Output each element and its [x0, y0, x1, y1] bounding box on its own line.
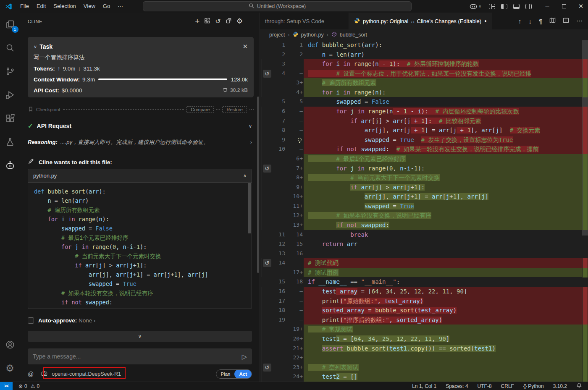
diff-row: 4+ for i in range(n): [260, 88, 588, 97]
warning-count: 0 [37, 383, 40, 389]
menu-go[interactable]: Go [99, 0, 114, 13]
language-mode[interactable]: {} Python [523, 383, 544, 389]
tab-walkthrough[interactable]: through: Setup VS Code [260, 13, 349, 29]
act-button[interactable]: Act [234, 369, 252, 379]
context-mention-icon[interactable]: @ [28, 371, 34, 377]
api-request-row[interactable]: ✓ API Request ∨ [28, 121, 252, 131]
map-icon[interactable] [549, 17, 556, 25]
explorer-icon[interactable]: 1 [0, 14, 20, 34]
toggle-panel-icon[interactable] [513, 4, 520, 9]
dirty-indicator-icon[interactable]: ● [484, 19, 486, 23]
plan-button[interactable]: Plan [216, 370, 234, 378]
titlebar: File Edit Selection View Go ··· ← → Unti… [0, 0, 588, 13]
breadcrumb[interactable]: project › python.py › bubble_sort [260, 29, 588, 40]
previous-change-icon[interactable]: ↑ [518, 18, 522, 25]
customize-layout-icon[interactable] [489, 4, 495, 9]
auto-approve-row[interactable]: Auto-approve: None › [28, 316, 252, 325]
revert-block-icon[interactable]: ↺ [263, 165, 271, 173]
python-version[interactable]: 3.10.2 [553, 383, 567, 389]
menu-edit[interactable]: Edit [33, 0, 50, 13]
next-change-icon[interactable]: ↓ [528, 18, 532, 25]
restore-button[interactable]: Restore [222, 106, 247, 113]
lightbulb-icon[interactable] [298, 138, 302, 141]
source-control-icon[interactable] [0, 61, 20, 81]
testing-icon[interactable] [0, 132, 20, 152]
tab-python-diff[interactable]: python.py: Original ↔ Cline's Changes (E… [349, 13, 492, 29]
code-card-header[interactable]: python.py ∧ [28, 169, 252, 183]
split-editor-icon[interactable] [563, 17, 569, 25]
copilot-icon[interactable]: ∨ [469, 2, 481, 10]
whitespace-icon[interactable]: ¶ [539, 18, 542, 25]
indentation[interactable]: Spaces: 4 [446, 383, 468, 389]
reasoning-expand-icon[interactable]: › [250, 139, 252, 145]
encoding[interactable]: UTF-8 [478, 383, 492, 389]
sidebar-scrollbar[interactable] [257, 97, 259, 273]
mcp-servers-icon[interactable] [204, 18, 210, 26]
toggle-primary-sidebar-icon[interactable] [501, 4, 507, 9]
more-actions-icon[interactable]: ⋯ [576, 17, 583, 25]
auto-approve-expand-icon[interactable]: › [94, 317, 96, 324]
minimize-button[interactable]: ─ [540, 3, 554, 10]
breadcrumb-folder[interactable]: project [269, 32, 285, 38]
reasoning-row[interactable]: Reasoning: ....py，直接写入即可。完成后，建议用户运行测试命令验… [28, 139, 252, 149]
toggle-secondary-sidebar-icon[interactable] [525, 4, 532, 9]
send-icon[interactable]: ▷ [242, 353, 247, 361]
maximize-button[interactable] [557, 3, 571, 10]
command-center-search[interactable]: Untitled (Workspace) [143, 1, 412, 11]
code-card-scrollbar[interactable] [248, 183, 251, 233]
overview-diff-mark [583, 344, 588, 353]
overview-ruler[interactable] [582, 40, 588, 382]
code-preview-line: arr[j], arr[j+1] = arr[j+1], arr[j] [34, 270, 252, 279]
settings-gear-icon[interactable]: ⚙ [0, 358, 20, 378]
expand-collapse-bar[interactable]: ∨ [28, 331, 252, 342]
task-collapse-icon[interactable]: ∨ [34, 44, 39, 50]
notifications-bell-icon[interactable] [576, 382, 582, 390]
breadcrumb-file[interactable]: python.py [301, 32, 324, 38]
cline-icon[interactable] [0, 155, 20, 175]
problems-indicator[interactable]: ⊗ 0 ⚠ 0 [18, 383, 39, 389]
context-window-label: Context Window: [34, 76, 80, 83]
overview-diff-mark [583, 268, 588, 277]
menu-view[interactable]: View [80, 0, 99, 13]
search-view-icon[interactable] [0, 38, 20, 58]
cursor-position[interactable]: Ln 1, Col 1 [412, 383, 436, 389]
overview-diff-mark [583, 144, 588, 154]
diff-row: 9 swapped = True # 发生了交换，设置标志位为True [260, 135, 588, 145]
revert-block-icon[interactable]: ↺ [263, 364, 271, 372]
breadcrumb-symbol[interactable]: bubble_sort [340, 32, 367, 38]
context-max: 128.0k [231, 76, 248, 83]
menu-selection[interactable]: Selection [50, 0, 79, 13]
diff-row: 10– if not swapped: # 如果某一轮没有发生交换，说明已经排序… [260, 144, 588, 154]
menu-overflow[interactable]: ··· [114, 0, 127, 13]
remote-indicator[interactable]: >< [0, 382, 13, 390]
diff-row: 3+ # 遍历所有数组元素 [260, 78, 588, 88]
extensions-icon[interactable] [0, 108, 20, 128]
diff-row: 8+ # 当前元素大于下一个元素时交换 [260, 173, 588, 183]
eol-sequence[interactable]: CRLF [501, 383, 514, 389]
new-task-icon[interactable]: + [195, 18, 200, 25]
tokens-down-value: 311.3k [83, 65, 100, 72]
close-button[interactable]: ✕ [574, 3, 588, 10]
auto-approve-checkbox[interactable] [28, 317, 34, 324]
task-close-icon[interactable]: ✕ [242, 43, 248, 50]
panel-title: CLINE [28, 19, 42, 24]
open-in-editor-icon[interactable] [226, 18, 232, 26]
history-icon[interactable]: ↺ [215, 18, 220, 25]
diff-editor[interactable]: 11def bubble_sort(arr):22 n = len(arr)3–… [260, 40, 588, 382]
diff-row: ↺7+ for j in range(0, n-i-1): [260, 164, 588, 173]
diff-row: 18– sorted_array = bubble_sort(test_arra… [260, 306, 588, 315]
trash-icon[interactable] [222, 87, 228, 94]
compare-button[interactable]: Compare [186, 106, 214, 113]
account-icon[interactable] [0, 335, 20, 355]
code-card-collapse-icon[interactable]: ∧ [243, 173, 247, 178]
diff-row: 1518if __name__ == "__main__": [260, 277, 588, 287]
revert-block-icon[interactable]: ↺ [263, 259, 271, 267]
run-debug-icon[interactable] [0, 85, 20, 105]
message-input[interactable]: Type a message... ▷ [28, 348, 252, 364]
diff-row: 22 n = len(arr) [260, 50, 588, 60]
revert-block-icon[interactable]: ↺ [263, 70, 271, 78]
python-file-icon [293, 31, 298, 38]
menu-file[interactable]: File [16, 0, 33, 13]
cline-settings-gear-icon[interactable]: ⚙ [236, 18, 243, 25]
api-request-collapse-icon[interactable]: ∨ [249, 123, 252, 129]
